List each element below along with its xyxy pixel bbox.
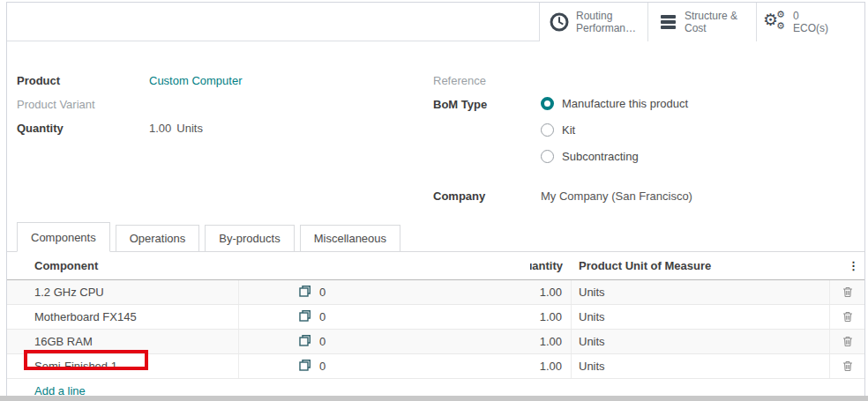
stat-button-label: 0ECO(s): [793, 10, 828, 34]
uom-cell[interactable]: Units: [572, 305, 830, 329]
header-options: ⋮: [830, 252, 865, 279]
delete-row-button[interactable]: [830, 280, 865, 304]
bottom-edge-bar: [0, 396, 868, 401]
delete-row-button[interactable]: [830, 305, 865, 329]
company-label: Company: [433, 189, 541, 203]
eco-count-button[interactable]: ⚙⚙⚙ 0ECO(s): [756, 3, 864, 41]
header-forecast: [239, 252, 530, 279]
forecast-cell[interactable]: 0: [239, 280, 530, 304]
column-options-icon[interactable]: ⋮: [848, 262, 859, 271]
product-variant-field-row: Product Variant: [17, 97, 405, 121]
radio-manufacture-this-product[interactable]: Manufacture this product: [541, 97, 688, 110]
reference-label: Reference: [433, 73, 541, 87]
tab-components[interactable]: Components: [17, 222, 110, 252]
quantity-cell[interactable]: 1.00: [530, 330, 572, 353]
delete-row-button[interactable]: [830, 330, 865, 353]
product-field-row: Product Custom Computer: [17, 73, 405, 97]
bom-type-label: BoM Type: [433, 97, 541, 111]
component-name-cell[interactable]: 1.2 GHz CPU: [7, 280, 239, 304]
table-row: 1.2 GHz CPU 0 1.00 Units: [7, 280, 864, 305]
routing-performance-button[interactable]: RoutingPerforman…: [539, 3, 647, 41]
component-name-cell[interactable]: Motherboard FX145: [7, 305, 239, 329]
component-name-cell[interactable]: 16GB RAM: [7, 330, 239, 353]
tab-operations[interactable]: Operations: [116, 225, 200, 251]
forecast-report-icon: [299, 285, 311, 300]
radio-unselected-icon: [541, 150, 554, 163]
structure-cost-button[interactable]: Structure &Cost: [647, 3, 756, 41]
header-component[interactable]: Component: [7, 252, 239, 279]
stat-button-bar: RoutingPerforman… Structure &Cost ⚙⚙⚙ 0E…: [7, 3, 864, 41]
forecast-report-icon: [299, 334, 311, 349]
quantity-cell[interactable]: 1.00: [530, 354, 572, 378]
notebook-tabs: Components Operations By-products Miscel…: [7, 222, 864, 252]
company-value[interactable]: My Company (San Francisco): [541, 189, 692, 203]
components-table: Component Quantity Product Unit of Measu…: [7, 252, 864, 401]
table-row: 16GB RAM 0 1.00 Units: [7, 330, 864, 354]
radio-selected-icon: [541, 97, 554, 110]
radio-kit[interactable]: Kit: [541, 123, 688, 137]
bom-form-window: RoutingPerforman… Structure &Cost ⚙⚙⚙ 0E…: [6, 2, 865, 396]
gears-icon: ⚙⚙⚙: [764, 11, 789, 33]
quantity-label: Quantity: [17, 121, 149, 135]
quantity-cell[interactable]: 1.00: [530, 305, 572, 329]
stat-button-label: Structure &Cost: [685, 10, 737, 34]
clock-icon: [547, 11, 572, 33]
product-label: Product: [17, 73, 149, 87]
product-value-link[interactable]: Custom Computer: [149, 73, 242, 87]
forecast-report-icon: [299, 359, 311, 374]
uom-cell[interactable]: Units: [572, 354, 830, 378]
table-row: Motherboard FX145 0 1.00 Units: [7, 305, 864, 330]
product-variant-label: Product Variant: [17, 97, 149, 111]
tab-miscellaneous[interactable]: Miscellaneous: [300, 225, 400, 251]
bars-icon: [655, 13, 680, 32]
reference-field-row: Reference: [433, 73, 848, 97]
form-right-column: Reference BoM Type Manufacture this prod…: [433, 73, 848, 212]
uom-cell[interactable]: Units: [572, 280, 830, 304]
tab-by-products[interactable]: By-products: [205, 225, 294, 251]
radio-unselected-icon: [541, 123, 554, 137]
quantity-cell[interactable]: 1.00: [530, 280, 572, 304]
form-left-column: Product Custom Computer Product Variant …: [17, 73, 405, 145]
quantity-field-row: Quantity 1.00Units: [17, 121, 405, 145]
header-uom[interactable]: Product Unit of Measure: [572, 252, 830, 279]
header-quantity[interactable]: Quantity: [530, 252, 572, 279]
forecast-report-icon: [299, 309, 311, 324]
company-field-row: Company My Company (San Francisco): [433, 189, 848, 212]
delete-row-button[interactable]: [830, 354, 865, 378]
forecast-cell[interactable]: 0: [239, 305, 530, 329]
bom-type-field-row: BoM Type Manufacture this product Kit Su…: [433, 97, 848, 176]
table-row-highlighted: Semi-Finished 1 0 1.00 Units: [7, 354, 864, 379]
radio-subcontracting[interactable]: Subcontracting: [541, 150, 688, 163]
forecast-cell[interactable]: 0: [239, 330, 530, 353]
forecast-cell[interactable]: 0: [239, 354, 530, 378]
quantity-value[interactable]: 1.00Units: [149, 121, 203, 135]
component-name-cell[interactable]: Semi-Finished 1: [7, 354, 239, 378]
quantity-unit: Units: [176, 122, 203, 135]
bom-type-radio-group: Manufacture this product Kit Subcontract…: [541, 97, 688, 176]
table-header-row: Component Quantity Product Unit of Measu…: [7, 252, 864, 280]
stat-button-label: RoutingPerforman…: [576, 10, 636, 34]
uom-cell[interactable]: Units: [572, 330, 830, 353]
